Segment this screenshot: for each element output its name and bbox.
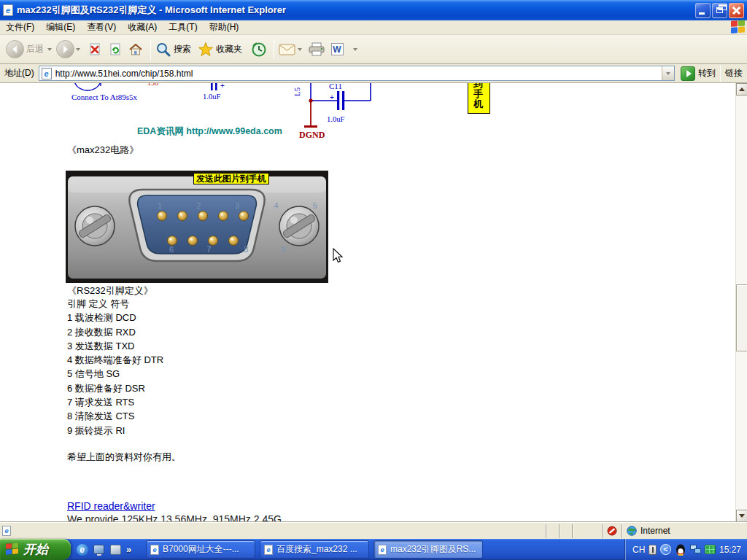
quicklaunch-ie-button[interactable]: e [76,543,88,556]
statusbar: e Internet [0,522,747,539]
favorites-button[interactable]: 收藏夹 [198,42,244,58]
task-ie-icon: e [378,545,387,555]
rfid-link[interactable]: RFID reader&writer [67,500,155,512]
schematic-inductor-label: L5 [293,87,301,96]
close-button[interactable] [729,3,744,18]
window-title: max232引脚图及RS232引脚定义 - Microsoft Internet… [17,4,694,17]
star-icon [198,42,214,58]
schematic-red-fragment: 150 [147,83,158,87]
toolbar-separator [274,39,274,60]
menu-item-help[interactable]: 帮助(H) [204,20,245,35]
history-icon [251,42,267,58]
status-popup-blocked-panel [603,524,620,538]
status-panel [572,524,601,538]
search-button[interactable]: 搜索 [155,42,193,58]
restore-button[interactable] [712,3,727,18]
pin-row: 6 数据准备好 DSR [67,381,163,395]
windows-start-flag-icon [6,542,19,556]
stop-button[interactable] [85,39,105,61]
status-page-icon: e [2,526,11,536]
pin-definition-list: 引脚 定义 符号 1 载波检测 DCD 2 接收数据 RXD 3 发送数据 TX… [67,297,163,438]
system-tray: CH < 15:27 [624,539,747,560]
scroll-down-button[interactable] [736,510,747,522]
mail-dropdown-icon[interactable] [298,48,302,51]
search-label: 搜索 [174,43,191,55]
network-status-icon[interactable] [690,545,702,555]
svg-text:+: + [220,83,225,90]
menu-item-tools[interactable]: 工具(T) [163,20,203,35]
printer-icon [308,42,325,57]
quicklaunch-show-desktop-button[interactable] [93,543,105,556]
tray-collapse-chevron[interactable]: < [660,544,671,555]
mail-icon [279,43,296,56]
send-image-to-phone-tag[interactable]: 发送此图片到手机 [193,173,269,184]
links-label[interactable]: 链接 [725,67,743,79]
menu-item-file[interactable]: 文件(F) [0,20,40,35]
home-button[interactable] [125,39,146,61]
minimize-button[interactable] [695,3,711,18]
start-button[interactable]: 开始 [0,539,71,560]
footer-partial-text: We provide 125KHz 13.56MHz, 915MHz 2.45G [67,513,282,522]
scroll-up-button[interactable] [736,83,747,96]
windows-logo-icon [731,20,746,34]
browser-viewport: Connect To At89s5x 150 + 1.0uF L5 C11 + … [0,83,735,522]
scrollbar-thumb[interactable] [736,284,747,351]
quick-launch-bar: e » [76,539,131,560]
pin-table-header: 引脚 定义 符号 [67,297,163,311]
back-button[interactable]: 后退 [6,40,52,58]
pin-row: 7 请求发送 RTS [67,395,163,409]
go-button[interactable] [681,66,695,81]
address-url[interactable]: http://www.51hei.com/chip/158.html [55,69,662,79]
left-screw-post [75,206,115,246]
forward-button[interactable] [56,40,80,58]
forward-dropdown-icon[interactable] [76,48,80,51]
send-to-phone-tag-vertical[interactable]: 到手机 [468,83,490,114]
network-adapter-icon[interactable] [705,545,716,554]
favorites-label: 收藏夹 [216,43,242,55]
addressbar-separator [720,66,721,82]
pin-row: 1 载波检测 DCD [67,311,163,324]
back-icon [6,40,24,58]
task-ie-icon: e [150,545,159,555]
status-message-panel [12,524,543,538]
mouse-cursor [333,248,344,264]
history-button[interactable] [249,39,269,61]
vertical-scrollbar[interactable] [735,83,747,522]
mail-button[interactable] [279,43,302,56]
close-icon [732,6,740,14]
qq-messenger-icon[interactable] [675,543,686,556]
refresh-icon [109,42,122,57]
taskbar: 开始 e » e B7000网址大全---... e 百度搜索_max232 .… [0,539,747,560]
navigation-toolbar: 后退 [0,35,747,64]
task-button-b7000[interactable]: e B7000网址大全---... [146,540,255,559]
ime-toolbar-icon[interactable] [649,545,657,555]
ie-icon: e [77,544,88,556]
menu-item-edit[interactable]: 编辑(E) [40,20,81,35]
menu-item-view[interactable]: 查看(V) [81,20,122,35]
scroll-up-icon [739,88,745,91]
address-input[interactable]: e http://www.51hei.com/chip/158.html [39,66,675,81]
task-button-max232-active[interactable]: e max232引脚图及RS... [374,540,483,559]
address-dropdown-button[interactable] [662,66,674,80]
db9-connector-graphic: 1 2 3 4 5 6 7 8 9 [66,171,328,283]
back-dropdown-icon[interactable] [47,48,52,51]
menu-item-favorites[interactable]: 收藏(A) [122,20,163,35]
toolbar-dropdown-icon[interactable] [353,48,357,51]
schematic-ground-label: DGND [299,130,325,140]
clock[interactable]: 15:27 [719,545,741,555]
ime-language-indicator[interactable]: CH [632,545,645,555]
print-button[interactable] [306,39,327,61]
edit-word-button[interactable]: W [327,39,347,61]
scroll-down-icon [739,514,745,518]
quicklaunch-app-button[interactable] [109,543,122,556]
task-button-baidu-search[interactable]: e 百度搜索_max232 ... [260,540,369,559]
go-label[interactable]: 转到 [698,67,716,79]
pin-row: 5 信号地 SG [67,367,163,381]
show-desktop-icon [93,545,104,554]
app-icon [110,545,121,555]
address-label: 地址(D) [4,67,34,79]
forward-icon [56,40,74,58]
quicklaunch-overflow-chevron[interactable]: » [126,544,131,555]
refresh-button[interactable] [105,39,125,61]
titlebar[interactable]: e max232引脚图及RS232引脚定义 - Microsoft Intern… [0,0,747,20]
